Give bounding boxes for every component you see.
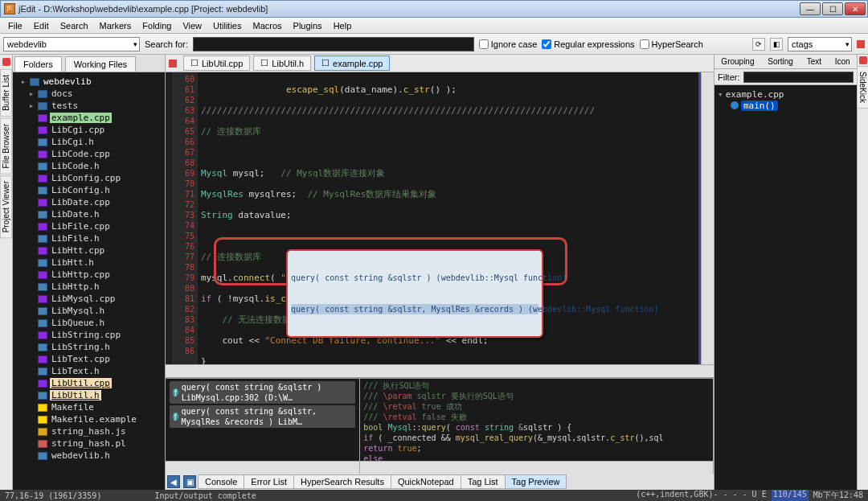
dock-tab-projectviewer[interactable]: Project Viewer [0, 175, 12, 238]
menu-edit[interactable]: Edit [29, 19, 54, 32]
tree-file[interactable]: LibText.h [16, 365, 162, 377]
buffer-libutil-h[interactable]: ☐LibUtil.h [253, 55, 311, 71]
tab-quicknotepad[interactable]: QuickNotepad [391, 474, 461, 489]
tree-file[interactable]: Makefile.example [16, 413, 162, 425]
toolbar-button-2[interactable]: ◧ [770, 38, 783, 51]
tree-file[interactable]: LibString.h [16, 341, 162, 353]
close-button[interactable]: ✕ [845, 2, 866, 15]
tag-chip-2[interactable]: ƒquery( const string &sqlstr, MysqlRes &… [170, 405, 355, 428]
regex-checkbox[interactable]: Regular expressions [542, 39, 634, 49]
tree-file[interactable]: example.cpp [16, 112, 162, 124]
code-editor[interactable]: escape_sql(data_name).c_str() ); ///////… [198, 72, 701, 364]
search-input[interactable] [193, 37, 474, 51]
filter-input[interactable] [743, 72, 854, 83]
menu-help[interactable]: Help [329, 19, 357, 32]
bottom-dock-tabs: ◀ ▣ Console Error List HyperSearch Resul… [166, 474, 714, 490]
tree-file[interactable]: LibHtt.h [16, 257, 162, 269]
tree-file[interactable]: LibMysql.h [16, 305, 162, 317]
buffer-close-icon[interactable] [169, 60, 177, 68]
maximize-button[interactable]: ☐ [822, 2, 843, 15]
completion-popup[interactable]: query( const string &sqlstr ) (webdevlib… [286, 249, 543, 338]
titlebar: jE jEdit - D:\Workshop\webdevlib\example… [0, 0, 868, 18]
tab-taglist[interactable]: Tag List [461, 474, 506, 489]
editor-vscroll[interactable] [701, 72, 714, 364]
tree-file[interactable]: string_hash.pl [16, 437, 162, 450]
tab-workingfiles[interactable]: Working Files [65, 56, 136, 72]
search-toolbar: webdevlib Search for: Ignore case Regula… [0, 34, 868, 55]
tab-tagpreview[interactable]: Tag Preview [505, 474, 567, 489]
window-title: jEdit - D:\Workshop\webdevlib\example.cp… [18, 4, 268, 14]
tag-chip-1[interactable]: ƒquery( const string &sqlstr ) LibMysql.… [170, 381, 355, 404]
tree-file[interactable]: LibHtt.cpp [16, 244, 162, 257]
editor-hscroll[interactable] [166, 364, 714, 377]
tree-file[interactable]: webdevlib.h [16, 450, 162, 462]
menu-view[interactable]: View [178, 19, 207, 32]
line-gutter[interactable]: 6061626364656667686970717273747576777879… [174, 72, 198, 364]
buffer-example-cpp[interactable]: ☐example.cpp [314, 55, 390, 71]
bl-hscroll[interactable] [166, 461, 359, 474]
dock-tab-sidekick[interactable]: SideKick [857, 66, 868, 109]
tree-file[interactable]: LibDate.cpp [16, 196, 162, 208]
project-tree[interactable]: ▸webdevlib ▸docs ▸tests example.cppLibCg… [13, 72, 165, 490]
tab-hypersearch[interactable]: HyperSearch Results [293, 474, 391, 489]
tab-console[interactable]: Console [198, 474, 244, 489]
buffer-libutil-cpp[interactable]: ☐LibUtil.cpp [183, 55, 250, 71]
tree-file[interactable]: LibText.cpp [16, 353, 162, 365]
tree-file[interactable]: LibMysql.cpp [16, 293, 162, 305]
dock-tab-filebrowser[interactable]: File Browser [0, 118, 12, 175]
filter-label: Filter: [718, 72, 740, 82]
tree-file[interactable]: LibConfig.h [16, 184, 162, 196]
mode-sorting[interactable]: Sorting [768, 57, 793, 66]
tree-file[interactable]: LibConfig.cpp [16, 172, 162, 184]
menubar: File Edit Search Markers Folding View Ut… [0, 18, 868, 34]
mode-grouping[interactable]: Grouping [721, 57, 754, 66]
menu-utilities[interactable]: Utilities [208, 19, 246, 32]
tree-file[interactable]: LibUtil.h [16, 389, 162, 401]
taglist-pane[interactable]: ƒquery( const string &sqlstr ) LibMysql.… [166, 379, 359, 461]
status-bar: 77,16-19 (1961/3359) Input/output comple… [0, 490, 868, 501]
tree-file[interactable]: LibDate.h [16, 208, 162, 220]
dock-close-icon[interactable] [2, 58, 10, 66]
tree-file[interactable]: LibUtil.cpp [16, 377, 162, 389]
menu-plugins[interactable]: Plugins [289, 19, 327, 32]
tagpreview-pane[interactable]: /// 执行SQL语句 /// \param sqlstr 要执行的SQL语句 … [360, 379, 713, 461]
ctags-combo[interactable]: ctags [788, 37, 852, 51]
tree-file[interactable]: LibString.cpp [16, 329, 162, 341]
menu-file[interactable]: File [3, 19, 27, 32]
editor-area: ☐LibUtil.cpp ☐LibUtil.h ☐example.cpp 606… [166, 55, 714, 490]
hypersearch-checkbox[interactable]: HyperSearch [640, 39, 703, 49]
mode-icon[interactable]: Icon [835, 57, 850, 66]
tree-file[interactable]: LibCode.h [16, 160, 162, 172]
menu-macros[interactable]: Macros [248, 19, 286, 32]
right-margin-line [698, 72, 701, 364]
status-memory[interactable]: 110/145 [772, 490, 809, 501]
dock-button-left[interactable]: ◀ [167, 475, 180, 488]
sidekick-close-icon[interactable] [857, 40, 865, 48]
dock-tab-bufferlist[interactable]: Buffer List [0, 69, 12, 117]
tree-file[interactable]: LibFile.h [16, 232, 162, 244]
tree-file[interactable]: LibCgi.cpp [16, 124, 162, 136]
menu-search[interactable]: Search [55, 19, 93, 32]
mode-text[interactable]: Text [807, 57, 821, 66]
tree-file[interactable]: LibCgi.h [16, 136, 162, 148]
menu-markers[interactable]: Markers [95, 19, 137, 32]
project-combo[interactable]: webdevlib [3, 37, 140, 51]
menu-folding[interactable]: Folding [137, 19, 176, 32]
right-dock-close-icon[interactable] [859, 56, 867, 64]
toolbar-button-1[interactable]: ⟳ [752, 38, 765, 51]
tree-file[interactable]: string_hash.js [16, 425, 162, 437]
dock-button-close[interactable]: ▣ [183, 475, 196, 488]
ignorecase-checkbox[interactable]: Ignore case [479, 39, 537, 49]
tab-errorlist[interactable]: Error List [244, 474, 294, 489]
tree-file[interactable]: Makefile [16, 401, 162, 413]
br-hscroll[interactable] [360, 461, 713, 474]
marker-strip[interactable] [166, 72, 174, 364]
tree-file[interactable]: LibCode.cpp [16, 148, 162, 160]
tree-file[interactable]: LibFile.cpp [16, 220, 162, 232]
structure-tree[interactable]: ▾example.cpp main() [714, 85, 857, 490]
minimize-button[interactable]: — [800, 2, 821, 15]
tree-file[interactable]: LibHttp.h [16, 281, 162, 293]
tab-folders[interactable]: Folders [14, 56, 62, 72]
tree-file[interactable]: LibQueue.h [16, 317, 162, 329]
tree-file[interactable]: LibHttp.cpp [16, 269, 162, 281]
